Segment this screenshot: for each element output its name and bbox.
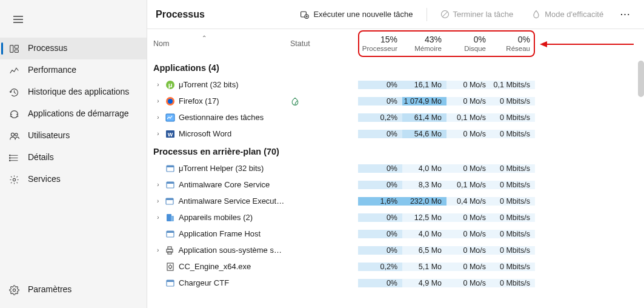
- process-name: Antimalware Service Executable: [178, 196, 285, 206]
- svg-rect-2: [15, 50, 18, 52]
- cell-net: 0 Mbits/s: [491, 246, 535, 255]
- svg-rect-28: [166, 198, 173, 200]
- sidebar-item-history[interactable]: Historique des applications: [0, 81, 147, 103]
- scrollbar[interactable]: [638, 61, 644, 97]
- sidebar-item-services[interactable]: Services: [0, 169, 147, 190]
- cell-mem: 5,1 Mo: [402, 263, 446, 271]
- metric-label: Disque: [464, 45, 486, 52]
- process-icon: [165, 196, 174, 206]
- process-name: CC_Engine_x64.exe: [179, 262, 251, 271]
- col-metric-disque[interactable]: 0%Disque: [446, 32, 491, 55]
- chevron-right-icon[interactable]: ›: [154, 181, 162, 188]
- cell-status: [285, 96, 358, 106]
- cell-mem: 16,1 Mo: [402, 81, 446, 89]
- table-row[interactable]: › Appareils mobiles (2) 0%12,5 Mo0 Mo/s0…: [147, 209, 644, 226]
- table-row[interactable]: › Application sous-système spo… 0%6,5 Mo…: [147, 242, 644, 258]
- col-name[interactable]: ⌃ Nom: [147, 36, 285, 52]
- cell-disk: 0,1 Mo/s: [446, 113, 491, 122]
- efficiency-button: Mode d'efficacité: [525, 6, 609, 23]
- metric-pct: 0%: [449, 35, 486, 44]
- cell-disk: 0 Mo/s: [446, 97, 491, 105]
- end-task-label: Terminer la tâche: [453, 10, 514, 19]
- services-icon: [8, 174, 19, 185]
- table-row[interactable]: Application Frame Host 0%4,0 Mo0 Mo/s0 M…: [147, 226, 644, 242]
- hamburger-button[interactable]: [8, 10, 28, 29]
- group-header: Processus en arrière-plan (70): [147, 142, 644, 160]
- sidebar-item-details[interactable]: Détails: [0, 147, 147, 169]
- gear-icon: [8, 284, 19, 295]
- cell-mem: 12,5 Mo: [402, 213, 446, 222]
- end-task-icon: [440, 10, 450, 19]
- table-row[interactable]: › Firefox (17) 0%1 074,9 Mo0 Mo/s0 Mbits…: [147, 93, 644, 109]
- chevron-right-icon[interactable]: ›: [154, 130, 162, 137]
- svg-rect-39: [167, 280, 174, 282]
- svg-rect-1: [15, 45, 18, 48]
- cell-cpu: 0%: [358, 181, 402, 189]
- cell-disk: 0 Mo/s: [446, 213, 491, 222]
- cell-disk: 0,4 Mo/s: [446, 197, 491, 206]
- process-icon: [165, 113, 175, 122]
- efficiency-label: Mode d'efficacité: [545, 10, 603, 19]
- table-row[interactable]: › Antimalware Core Service 0%8,3 Mo0,1 M…: [147, 176, 644, 193]
- process-name: Chargeur CTF: [179, 278, 229, 287]
- startup-icon: [8, 109, 19, 119]
- cell-net: 0 Mbits/s: [491, 97, 535, 105]
- table-row[interactable]: › Antimalware Service Executable 1,6%232…: [147, 193, 644, 209]
- cell-name: μTorrent Helper (32 bits): [147, 164, 285, 173]
- nav-label: Performance: [28, 65, 76, 76]
- col-metric-mémoire[interactable]: 43%Mémoire: [402, 32, 446, 55]
- cell-mem: 6,5 Mo: [402, 246, 446, 255]
- sidebar-item-users[interactable]: Utilisateurs: [0, 125, 147, 147]
- sidebar-item-performance[interactable]: Performance: [0, 59, 147, 81]
- col-status-label: Statut: [290, 39, 310, 48]
- process-name: μTorrent Helper (32 bits): [179, 164, 264, 173]
- col-status[interactable]: Statut: [285, 36, 358, 52]
- process-icon: [165, 164, 175, 173]
- table-row[interactable]: › W Microsoft Word 0%54,6 Mo0 Mo/s0 Mbit…: [147, 126, 644, 142]
- process-icon: [165, 278, 175, 288]
- sidebar: Processus Performance Historique des app…: [0, 0, 147, 308]
- table-row[interactable]: CC_Engine_x64.exe 0,2%5,1 Mo0 Mo/s0 Mbit…: [147, 258, 644, 275]
- more-button[interactable]: ···: [616, 7, 636, 21]
- col-metric-processeur[interactable]: 15%Processeur: [358, 32, 402, 55]
- cell-cpu: 0%: [358, 246, 402, 255]
- chevron-right-icon[interactable]: ›: [154, 81, 162, 88]
- cell-net: 0 Mbits/s: [491, 263, 535, 271]
- chevron-right-icon[interactable]: ›: [154, 98, 162, 104]
- svg-point-6: [9, 155, 10, 156]
- chevron-right-icon[interactable]: ›: [154, 247, 161, 253]
- col-metric-réseau[interactable]: 0%Réseau: [491, 32, 535, 55]
- cell-disk: 0 Mo/s: [446, 263, 491, 271]
- cell-net: 0 Mbits/s: [491, 279, 535, 287]
- cell-name: › Appareils mobiles (2): [147, 213, 285, 223]
- cell-disk: 0 Mo/s: [446, 279, 491, 287]
- chevron-right-icon[interactable]: ›: [154, 214, 162, 221]
- cell-cpu: 0,2%: [358, 263, 402, 271]
- processes-icon: [8, 43, 19, 54]
- column-header: ⌃ Nom Statut 15%Processeur43%Mémoire0%Di…: [147, 29, 644, 58]
- chevron-right-icon[interactable]: ›: [154, 198, 161, 204]
- table-row[interactable]: Chargeur CTF 0%4,9 Mo0 Mo/s0 Mbits/s: [147, 275, 644, 291]
- process-icon: [165, 246, 174, 255]
- cell-disk: 0 Mo/s: [446, 164, 491, 173]
- sidebar-item-startup[interactable]: Applications de démarrage: [0, 103, 147, 125]
- run-task-button[interactable]: Exécuter une nouvelle tâche: [294, 6, 419, 23]
- process-icon: μ: [165, 80, 175, 90]
- table-row[interactable]: › Gestionnaire des tâches 0,2%61,4 Mo0,1…: [147, 109, 644, 126]
- nav-items: Processus Performance Historique des app…: [0, 38, 147, 274]
- cell-name: › Antimalware Core Service: [147, 180, 285, 190]
- process-name: Appareils mobiles (2): [179, 213, 253, 222]
- table-row[interactable]: μTorrent Helper (32 bits) 0%4,0 Mo0 Mo/s…: [147, 160, 644, 176]
- table-row[interactable]: › μ μTorrent (32 bits) 0%16,1 Mo0 Mo/s0,…: [147, 76, 644, 93]
- sidebar-item-settings[interactable]: Paramètres: [0, 279, 147, 301]
- sidebar-item-processes[interactable]: Processus: [0, 38, 147, 59]
- svg-point-9: [13, 178, 15, 181]
- cell-cpu: 0%: [358, 164, 402, 173]
- svg-rect-36: [167, 263, 173, 270]
- svg-rect-20: [166, 114, 174, 121]
- cell-net: 0 Mbits/s: [491, 164, 535, 173]
- svg-rect-29: [167, 214, 171, 221]
- cell-disk: 0,1 Mo/s: [446, 181, 491, 189]
- chevron-right-icon[interactable]: ›: [154, 114, 162, 121]
- cell-mem: 4,0 Mo: [402, 230, 446, 238]
